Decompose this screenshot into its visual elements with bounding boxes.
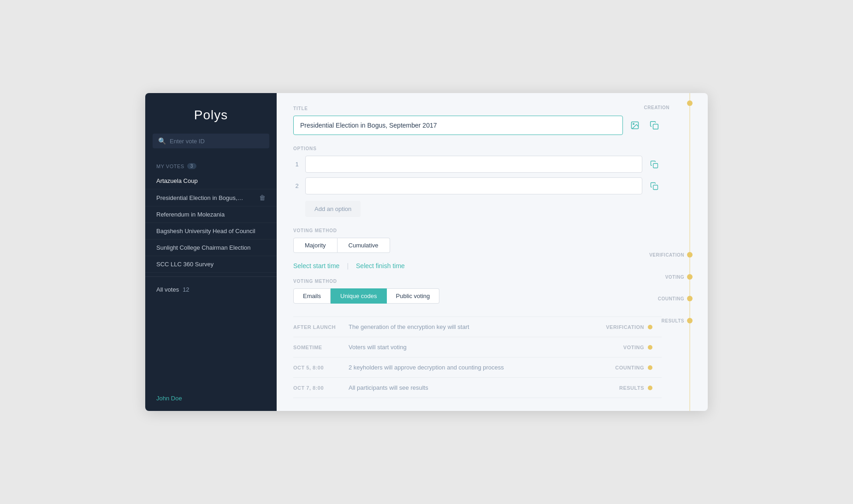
access-unique-codes-btn[interactable]: Unique codes bbox=[331, 288, 387, 304]
method-cumulative-btn[interactable]: Cumulative bbox=[338, 238, 390, 253]
svg-rect-4 bbox=[653, 185, 658, 189]
image-upload-btn[interactable] bbox=[628, 118, 642, 133]
access-emails-btn[interactable]: Emails bbox=[293, 288, 331, 304]
event-desc-3: All participants will see results bbox=[349, 384, 619, 391]
method-buttons: Majority Cumulative bbox=[293, 238, 662, 253]
title-label: TITLE bbox=[293, 106, 662, 111]
event-dot-3 bbox=[648, 386, 652, 390]
svg-rect-2 bbox=[653, 124, 658, 129]
stage-results-dot bbox=[687, 318, 693, 323]
event-desc-1: Voters will start voting bbox=[349, 344, 623, 351]
event-desc-0: The generation of the encryption key wil… bbox=[349, 323, 606, 330]
title-input[interactable] bbox=[293, 116, 623, 135]
event-after-launch: AFTER LAUNCH The generation of the encry… bbox=[293, 317, 662, 337]
my-votes-header: MY VOTES 3 bbox=[145, 159, 277, 173]
access-label: VOTING METHOD bbox=[293, 279, 662, 284]
event-dot-0 bbox=[648, 325, 652, 329]
sidebar: Polys 🔍 MY VOTES 3 Artazuela Coup Presid… bbox=[145, 93, 277, 411]
main-content: CREATION VERIFICATION VOTING COUNTING RE… bbox=[277, 93, 708, 411]
option-row-2: 2 bbox=[293, 177, 662, 194]
content-area: TITLE OPT bbox=[277, 93, 708, 411]
delete-icon[interactable]: 🗑 bbox=[259, 194, 266, 201]
options-label: OPTIONS bbox=[293, 146, 662, 151]
select-finish-time-btn[interactable]: Select finish time bbox=[356, 262, 405, 270]
option-copy-btn-2[interactable] bbox=[647, 179, 662, 193]
search-bar[interactable]: 🔍 bbox=[153, 134, 269, 148]
option-number-2: 2 bbox=[293, 182, 301, 189]
stage-verification-dot bbox=[687, 252, 693, 258]
event-sometime: SOMETIME Voters will start voting VOTING bbox=[293, 337, 662, 357]
event-time-2: OCT 5, 8:00 bbox=[293, 365, 349, 370]
event-oct5: OCT 5, 8:00 2 keyholders will approve de… bbox=[293, 357, 662, 378]
copy-btn[interactable] bbox=[647, 118, 662, 133]
timeline-events: AFTER LAUNCH The generation of the encry… bbox=[293, 316, 662, 398]
stage-verification-label: VERIFICATION bbox=[649, 252, 684, 258]
stage-voting-dot bbox=[687, 274, 693, 280]
sidebar-item-artazuela[interactable]: Artazuela Coup bbox=[145, 173, 277, 189]
app-container: Polys 🔍 MY VOTES 3 Artazuela Coup Presid… bbox=[145, 93, 708, 411]
time-row: Select start time | Select finish time bbox=[293, 262, 662, 270]
title-row bbox=[293, 116, 662, 135]
search-icon: 🔍 bbox=[158, 137, 166, 145]
event-desc-2: 2 keyholders will approve decryption and… bbox=[349, 364, 615, 371]
voting-method-section: VOTING METHOD Majority Cumulative bbox=[293, 228, 662, 253]
time-divider: | bbox=[347, 262, 349, 270]
method-majority-btn[interactable]: Majority bbox=[293, 238, 338, 253]
stage-counting-dot bbox=[687, 296, 693, 301]
select-start-time-btn[interactable]: Select start time bbox=[293, 262, 339, 270]
event-dot-2 bbox=[648, 365, 652, 370]
event-time-3: OCT 7, 8:00 bbox=[293, 385, 349, 391]
app-logo: Polys bbox=[145, 93, 277, 134]
stage-counting-label: COUNTING bbox=[658, 296, 684, 301]
sidebar-item-presidential[interactable]: Presidential Election in Bogus, Septembe… bbox=[145, 189, 277, 206]
event-time-1: SOMETIME bbox=[293, 345, 349, 350]
all-votes-section[interactable]: All votes 12 bbox=[145, 281, 277, 299]
option-row-1: 1 bbox=[293, 156, 662, 173]
user-profile[interactable]: John Doe bbox=[145, 386, 277, 411]
sidebar-item-sunlight[interactable]: Sunlight College Chairman Election bbox=[145, 240, 277, 256]
options-section: OPTIONS 1 2 bbox=[293, 146, 662, 217]
option-input-1[interactable] bbox=[305, 156, 642, 173]
svg-point-1 bbox=[633, 123, 634, 125]
event-time-0: AFTER LAUNCH bbox=[293, 324, 349, 330]
stage-creation-label: CREATION bbox=[644, 105, 669, 110]
event-stage-0: VERIFICATION bbox=[606, 324, 652, 330]
event-stage-2: COUNTING bbox=[615, 365, 652, 370]
option-input-2[interactable] bbox=[305, 177, 642, 194]
stage-results-label: RESULTS bbox=[662, 318, 684, 323]
access-public-btn[interactable]: Public voting bbox=[387, 288, 440, 304]
option-copy-btn-1[interactable] bbox=[647, 157, 662, 172]
access-buttons: Emails Unique codes Public voting bbox=[293, 288, 662, 304]
sidebar-item-referendum[interactable]: Referendum in Molezania bbox=[145, 206, 277, 223]
sidebar-divider bbox=[145, 276, 277, 277]
sidebar-item-scc[interactable]: SCC LLC 360 Survey bbox=[145, 256, 277, 273]
timeline: CREATION VERIFICATION VOTING COUNTING RE… bbox=[671, 93, 708, 411]
svg-rect-3 bbox=[653, 163, 658, 168]
event-stage-1: VOTING bbox=[623, 345, 652, 350]
search-input[interactable] bbox=[170, 138, 264, 145]
event-oct7: OCT 7, 8:00 All participants will see re… bbox=[293, 378, 662, 398]
option-number-1: 1 bbox=[293, 161, 301, 168]
event-stage-3: RESULTS bbox=[619, 385, 652, 391]
add-option-button[interactable]: Add an option bbox=[305, 201, 361, 217]
sidebar-item-bagshesh[interactable]: Bagshesh University Head of Council bbox=[145, 223, 277, 240]
stage-voting-label: VOTING bbox=[665, 275, 684, 280]
voting-method-label: VOTING METHOD bbox=[293, 228, 662, 233]
stage-creation-dot bbox=[687, 100, 693, 106]
event-dot-1 bbox=[648, 345, 652, 350]
access-section: VOTING METHOD Emails Unique codes Public… bbox=[293, 279, 662, 304]
